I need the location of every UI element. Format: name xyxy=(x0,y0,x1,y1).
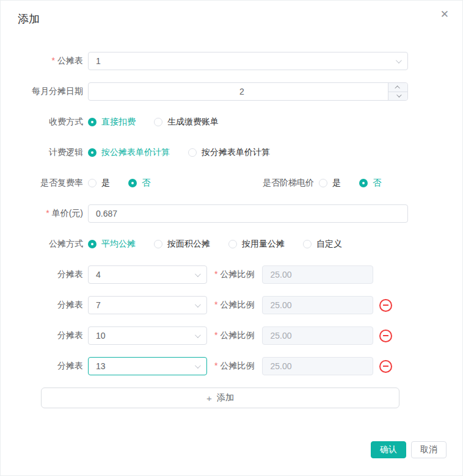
sub-meter-select-3[interactable]: 10 xyxy=(88,326,207,345)
billing-logic-group: 按公摊表单价计算 按分摊表单价计算 xyxy=(88,147,288,158)
radio-by-usage-share[interactable]: 按用量公摊 xyxy=(228,239,285,250)
dialog-form: *公摊表 1 每月分摊日期 2 收费方式 直接扣费 xyxy=(1,52,463,420)
radio-icon xyxy=(128,179,137,187)
cancel-button[interactable]: 取消 xyxy=(411,441,447,458)
radio-tiered-yes[interactable]: 是 xyxy=(319,178,341,189)
radio-icon xyxy=(228,240,237,248)
allocation-row: 分摊表 10 *公摊比例 25.00 xyxy=(1,326,463,345)
tiered-price-group: 是 否 xyxy=(319,178,399,189)
chevron-down-icon xyxy=(396,57,402,63)
remove-row-button[interactable] xyxy=(379,330,392,342)
unit-price-input[interactable]: 0.687 xyxy=(88,204,408,223)
share-ratio-value: 25.00 xyxy=(270,331,291,341)
dialog-footer: 确认 取消 xyxy=(371,441,447,458)
chevron-down-icon xyxy=(396,93,401,98)
rate-flags-row: 是否复费率 是 否 是否阶梯电价 是 否 xyxy=(1,174,463,192)
allocation-row: 分摊表 4 *公摊比例 25.00 xyxy=(1,265,463,284)
radio-average-share[interactable]: 平均公摊 xyxy=(88,239,136,250)
chevron-down-icon xyxy=(195,271,201,277)
radio-icon xyxy=(88,240,97,248)
number-spinner xyxy=(388,83,407,100)
share-ratio-label: *公摊比例 xyxy=(214,330,254,341)
radio-multi-rate-no[interactable]: 否 xyxy=(128,178,150,189)
radio-by-area-share[interactable]: 按面积公摊 xyxy=(154,239,210,250)
multi-rate-label: 是否复费率 xyxy=(1,178,83,189)
sub-meter-label: 分摊表 xyxy=(1,300,83,311)
chevron-down-icon xyxy=(195,332,201,338)
required-asterisk: * xyxy=(214,269,217,279)
billing-logic-label: 计费逻辑 xyxy=(1,147,83,158)
radio-generate-bill[interactable]: 生成缴费账单 xyxy=(154,117,219,128)
radio-icon xyxy=(88,179,97,187)
chevron-up-icon xyxy=(395,85,399,90)
required-asterisk: * xyxy=(52,56,55,65)
plus-icon: + xyxy=(206,393,212,403)
share-ratio-value: 25.00 xyxy=(270,300,291,310)
sub-meter-value: 13 xyxy=(96,361,106,371)
sub-meter-label: 分摊表 xyxy=(1,361,83,372)
add-row-button[interactable]: + 添加 xyxy=(41,388,399,408)
sub-meter-value: 4 xyxy=(96,270,101,279)
charge-method-group: 直接扣费 生成缴费账单 xyxy=(88,117,237,128)
share-method-row: 公摊方式 平均公摊 按面积公摊 按用量公摊 自定义 xyxy=(1,235,463,253)
spinner-down-button[interactable] xyxy=(388,92,407,101)
share-ratio-label: *公摊比例 xyxy=(214,300,254,311)
radio-icon xyxy=(188,148,197,157)
share-ratio-input-1: 25.00 xyxy=(262,265,373,284)
remove-row-button[interactable] xyxy=(379,360,392,373)
sub-meter-label: 分摊表 xyxy=(1,330,83,341)
radio-direct-deduct[interactable]: 直接扣费 xyxy=(88,117,136,128)
radio-icon xyxy=(88,148,97,157)
shared-meter-row: *公摊表 1 xyxy=(1,52,463,70)
unit-price-row: *单价(元) 0.687 xyxy=(1,204,463,223)
radio-icon xyxy=(154,240,162,248)
share-date-value: 2 xyxy=(96,87,400,96)
unit-price-label: *单价(元) xyxy=(1,208,83,219)
dialog-title: 添加 xyxy=(18,12,40,26)
share-date-row: 每月分摊日期 2 xyxy=(1,82,463,101)
share-ratio-label: *公摊比例 xyxy=(214,361,254,372)
radio-tiered-no[interactable]: 否 xyxy=(359,178,381,189)
charge-method-label: 收费方式 xyxy=(1,117,83,128)
share-ratio-value: 25.00 xyxy=(270,361,291,371)
chevron-down-icon xyxy=(195,301,201,308)
required-asterisk: * xyxy=(214,300,217,309)
radio-icon xyxy=(319,179,327,187)
radio-multi-rate-yes[interactable]: 是 xyxy=(88,178,110,189)
share-ratio-input-3: 25.00 xyxy=(262,326,373,345)
close-icon[interactable]: ✕ xyxy=(440,9,449,20)
confirm-button[interactable]: 确认 xyxy=(371,441,406,458)
remove-row-button[interactable] xyxy=(379,299,392,312)
radio-custom-share[interactable]: 自定义 xyxy=(303,239,342,250)
share-ratio-input-4: 25.00 xyxy=(262,357,373,375)
share-ratio-value: 25.00 xyxy=(270,270,291,279)
sub-meter-select-1[interactable]: 4 xyxy=(88,265,207,284)
share-ratio-input-2: 25.00 xyxy=(262,296,373,314)
add-row-button-row: + 添加 xyxy=(1,388,463,408)
sub-meter-value: 10 xyxy=(96,331,106,341)
billing-logic-row: 计费逻辑 按公摊表单价计算 按分摊表单价计算 xyxy=(1,143,463,162)
radio-icon xyxy=(303,240,312,248)
radio-by-shared-meter-price[interactable]: 按公摊表单价计算 xyxy=(88,147,170,158)
sub-meter-value: 7 xyxy=(96,300,101,310)
radio-icon xyxy=(88,118,97,126)
allocation-row: 分摊表 7 *公摊比例 25.00 xyxy=(1,296,463,314)
required-asterisk: * xyxy=(214,361,217,370)
required-asterisk: * xyxy=(214,330,217,340)
spinner-up-button[interactable] xyxy=(388,83,407,92)
share-method-group: 平均公摊 按面积公摊 按用量公摊 自定义 xyxy=(88,239,360,250)
sub-meter-select-2[interactable]: 7 xyxy=(88,296,207,314)
unit-price-value: 0.687 xyxy=(96,209,117,218)
add-dialog: 添加 ✕ *公摊表 1 每月分摊日期 2 收费方式 xyxy=(0,0,463,476)
shared-meter-value: 1 xyxy=(96,56,101,66)
radio-by-sub-meter-price[interactable]: 按分摊表单价计算 xyxy=(188,147,270,158)
share-date-input[interactable]: 2 xyxy=(88,82,408,101)
charge-method-row: 收费方式 直接扣费 生成缴费账单 xyxy=(1,113,463,131)
shared-meter-label: *公摊表 xyxy=(1,56,83,67)
tiered-price-label: 是否阶梯电价 xyxy=(169,178,314,189)
sub-meter-select-4[interactable]: 13 xyxy=(88,357,207,375)
share-ratio-label: *公摊比例 xyxy=(214,269,254,280)
required-asterisk: * xyxy=(46,208,49,218)
shared-meter-select[interactable]: 1 xyxy=(88,52,408,70)
share-method-label: 公摊方式 xyxy=(1,239,83,250)
